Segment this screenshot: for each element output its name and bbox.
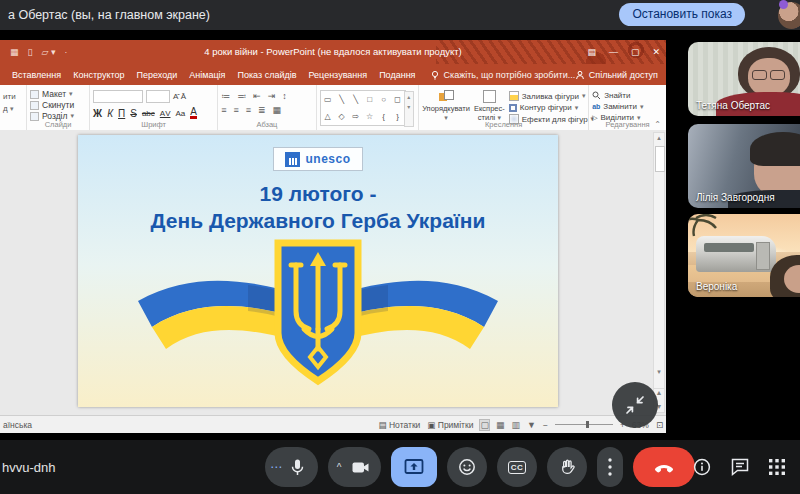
clear-format-button[interactable]: abc (142, 109, 155, 118)
minimize-icon[interactable]: — (609, 47, 618, 57)
slideshow-view-button[interactable]: ▼ (527, 420, 536, 430)
camera-button[interactable]: ^ (328, 447, 381, 487)
raise-hand-button[interactable] (547, 447, 587, 487)
comments-button[interactable]: ▣ Примітки (427, 420, 473, 430)
stop-presenting-button[interactable]: Остановить показ (619, 3, 745, 26)
tab-design[interactable]: Конструктор (73, 70, 124, 80)
slideshow-icon[interactable]: ▦ (10, 47, 19, 57)
tell-me-box[interactable]: Скажіть, що потрібно зробити... (430, 70, 576, 80)
slide-sorter-view-button[interactable]: ▦ (496, 420, 505, 430)
zoom-slider[interactable] (555, 424, 613, 425)
microphone-button[interactable]: ⋯ (265, 447, 318, 487)
meeting-info-controls (692, 457, 786, 477)
apps-grid-button[interactable] (768, 458, 786, 476)
lightbulb-icon (430, 70, 440, 80)
ribbon-options-icon[interactable]: ▤ (587, 47, 596, 57)
quick-styles-button[interactable]: Експрес- стилі ▾ (474, 87, 505, 124)
shape-outline-button[interactable]: Контур фігури▾ (509, 103, 594, 112)
reading-view-button[interactable]: ▥ (511, 420, 520, 430)
underline-button[interactable]: П (118, 108, 125, 119)
strikethrough-button[interactable]: S (130, 108, 137, 119)
window-title: 4 роки війни - PowerPoint (не вдалося ак… (0, 46, 666, 57)
search-icon (592, 91, 601, 100)
change-case-button[interactable]: Aa (175, 109, 185, 118)
char-spacing-button[interactable]: АV (160, 109, 171, 118)
participant-tile-3[interactable]: Вероніка (688, 214, 800, 297)
quick-styles-icon (483, 90, 496, 103)
slide-canvas[interactable]: unesco 19 лютого - День Державного Герба… (78, 135, 558, 407)
scrollbar-thumb[interactable] (655, 146, 665, 172)
language-indicator[interactable]: аїнська (3, 420, 32, 430)
zoom-out-button[interactable]: − (543, 420, 548, 430)
end-call-button[interactable] (633, 447, 695, 487)
present-screen-icon (403, 456, 425, 478)
zoom-knob[interactable] (586, 421, 589, 428)
arrange-button[interactable]: Упорядкувати▾ (422, 87, 470, 124)
notes-button[interactable]: ▤ Нотатки (379, 420, 421, 430)
shrink-presentation-button[interactable] (612, 382, 658, 428)
paragraph-group: ≔≕⇤⇥↕ ≡≡≡≣▦ Абзац (218, 85, 317, 130)
fit-slide-icon[interactable]: ⊡ (656, 420, 663, 430)
new-document-icon[interactable]: ▯ (28, 47, 33, 57)
mic-options-dots-icon[interactable]: ⋯ (265, 460, 287, 474)
customize-toolbar-icon[interactable]: ∙ (64, 47, 67, 57)
alignment-buttons[interactable]: ≡≡≡≣▦ (221, 101, 313, 115)
vertical-scrollbar[interactable]: ▴ ▾ ▲ ▼ (653, 132, 665, 413)
list-indent-buttons[interactable]: ≔≕⇤⇥↕ (221, 87, 313, 101)
italic-button[interactable]: К (107, 108, 113, 119)
more-options-button[interactable] (597, 447, 623, 487)
avatar[interactable] (778, 2, 800, 29)
info-icon (692, 457, 712, 477)
chat-button[interactable] (730, 457, 750, 477)
share-button[interactable]: Спільний доступ (575, 70, 658, 80)
participant-name: Лілія Завгородня (696, 192, 775, 203)
save-icon[interactable]: ▱ ▾ (41, 47, 55, 57)
shape-fill-button[interactable]: Заливка фігури▾ (509, 91, 594, 101)
find-button[interactable]: Знайти (592, 91, 663, 100)
font-size-combo[interactable] (146, 90, 170, 103)
tab-review[interactable]: Рецензування (308, 70, 367, 80)
bold-button[interactable]: Ж (93, 108, 102, 119)
scroll-down-icon[interactable]: ▾ (654, 368, 664, 376)
tab-insert[interactable]: Вставлення (12, 70, 61, 80)
scroll-up-icon[interactable]: ▴ (654, 134, 664, 142)
layout-icon (30, 90, 39, 99)
camera-options-chevron-icon[interactable]: ^ (328, 462, 350, 473)
reset-button[interactable]: Скинути (30, 100, 86, 110)
close-icon[interactable]: ✕ (652, 47, 660, 57)
presenter-banner: а Обертас (вы, на главном экране) (8, 8, 210, 22)
restore-icon[interactable]: ▢ (631, 47, 640, 57)
collapse-ribbon-icon[interactable]: ⌃ (654, 120, 661, 129)
call-controls: ⋯ ^ CC (265, 447, 695, 487)
tab-view[interactable]: Подання (379, 70, 415, 80)
grid-icon (768, 458, 786, 476)
participant-tile-1[interactable]: Тетяна Обертас (688, 42, 800, 116)
tab-transitions[interactable]: Переходи (137, 70, 178, 80)
tab-animations[interactable]: Анімація (189, 70, 225, 80)
drawing-group: Упорядкувати▾ Експрес- стилі ▾ Заливка ф… (419, 85, 589, 130)
meeting-details-button[interactable] (692, 457, 712, 477)
powerpoint-window: ▦ ▯ ▱ ▾ ∙ 4 роки війни - PowerPoint (не … (0, 40, 666, 433)
camera-icon (350, 457, 371, 478)
captions-icon: CC (508, 461, 527, 474)
smiley-icon (457, 457, 477, 477)
grow-shrink-font-icons[interactable]: А̂ А̌ (173, 92, 186, 101)
layout-button[interactable]: Макет▾ (30, 89, 86, 99)
participant-name: Вероніка (696, 281, 737, 292)
reset-icon (30, 101, 39, 110)
font-group: А̂ А̌ Ж К П S abc АV Aa A Шрифт (90, 85, 218, 130)
font-color-button[interactable]: A (190, 107, 197, 119)
present-screen-button[interactable] (391, 447, 437, 487)
notification-badge (779, 0, 788, 9)
font-name-combo[interactable] (93, 90, 143, 103)
tab-slideshow[interactable]: Показ слайдів (238, 70, 297, 80)
hand-icon (557, 457, 577, 477)
reactions-button[interactable] (447, 447, 487, 487)
replace-button[interactable]: abЗамінити▾ (592, 102, 663, 111)
powerpoint-status-bar: аїнська ▤ Нотатки ▣ Примітки ▢ ▦ ▥ ▼ − +… (0, 415, 666, 433)
captions-button[interactable]: CC (497, 447, 537, 487)
shapes-gallery[interactable]: ▭╲╲□○◻ △◇⇨☆{} ▴▾ (320, 90, 406, 126)
participant-tile-2[interactable]: Лілія Завгородня (688, 124, 800, 208)
normal-view-button[interactable]: ▢ (480, 420, 489, 430)
shapes-scrollbar[interactable]: ▴▾ (404, 91, 414, 127)
